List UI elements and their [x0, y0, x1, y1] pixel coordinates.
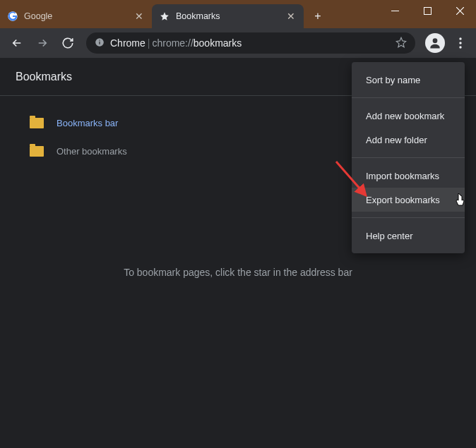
close-window-button[interactable]	[444, 0, 476, 21]
toolbar: Chrome | chrome://bookmarks	[0, 28, 476, 58]
chrome-menu-button[interactable]	[451, 33, 470, 53]
svg-point-9	[459, 46, 461, 48]
page-title: Bookmarks	[16, 71, 72, 83]
menu-divider	[352, 217, 465, 218]
url-scheme: Chrome	[110, 37, 145, 49]
address-bar[interactable]: Chrome | chrome://bookmarks	[86, 32, 415, 54]
google-favicon	[7, 11, 18, 22]
url-page: bookmarks	[194, 37, 242, 49]
svg-rect-2	[424, 7, 431, 14]
maximize-button[interactable]	[411, 0, 444, 21]
tab-google[interactable]: Google ✕	[0, 4, 152, 28]
svg-rect-4	[99, 41, 100, 44]
menu-add-bookmark[interactable]: Add new bookmark	[352, 104, 465, 128]
folder-label: Other bookmarks	[56, 146, 127, 157]
folder-icon	[30, 146, 44, 157]
menu-divider	[352, 157, 465, 158]
tab-title: Google	[24, 11, 133, 21]
tab-title: Bookmarks	[176, 11, 285, 21]
profile-avatar[interactable]	[425, 33, 445, 53]
svg-point-7	[459, 37, 461, 40]
svg-rect-5	[99, 40, 100, 40]
close-tab-icon[interactable]: ✕	[133, 11, 145, 22]
menu-add-folder[interactable]: Add new folder	[352, 128, 465, 152]
bookmark-star-icon[interactable]	[395, 37, 407, 50]
new-tab-button[interactable]: +	[308, 6, 328, 26]
minimize-button[interactable]	[379, 0, 411, 21]
titlebar: Google ✕ Bookmarks ✕ +	[0, 0, 476, 28]
menu-help-center[interactable]: Help center	[352, 224, 465, 248]
site-info-icon[interactable]	[95, 37, 105, 49]
organize-menu: Sort by name Add new bookmark Add new fo…	[352, 62, 465, 253]
svg-point-8	[459, 42, 461, 44]
empty-hint: To bookmark pages, click the star in the…	[0, 267, 476, 278]
svg-point-6	[433, 38, 438, 43]
star-favicon	[159, 11, 170, 22]
close-tab-icon[interactable]: ✕	[285, 11, 297, 22]
folder-label: Bookmarks bar	[56, 118, 118, 128]
window-controls	[379, 0, 476, 21]
url-separator: |	[148, 37, 150, 49]
svg-rect-1	[391, 11, 399, 11]
forward-button[interactable]	[31, 32, 54, 54]
menu-sort-by-name[interactable]: Sort by name	[352, 68, 465, 92]
back-button[interactable]	[6, 32, 28, 54]
folder-icon	[30, 118, 44, 128]
reload-button[interactable]	[56, 32, 79, 54]
menu-import-bookmarks[interactable]: Import bookmarks	[352, 164, 465, 188]
menu-divider	[352, 97, 465, 98]
tab-bookmarks[interactable]: Bookmarks ✕	[152, 4, 304, 28]
url-prefix: chrome://	[152, 37, 193, 49]
menu-export-bookmarks[interactable]: Export bookmarks	[352, 188, 465, 212]
